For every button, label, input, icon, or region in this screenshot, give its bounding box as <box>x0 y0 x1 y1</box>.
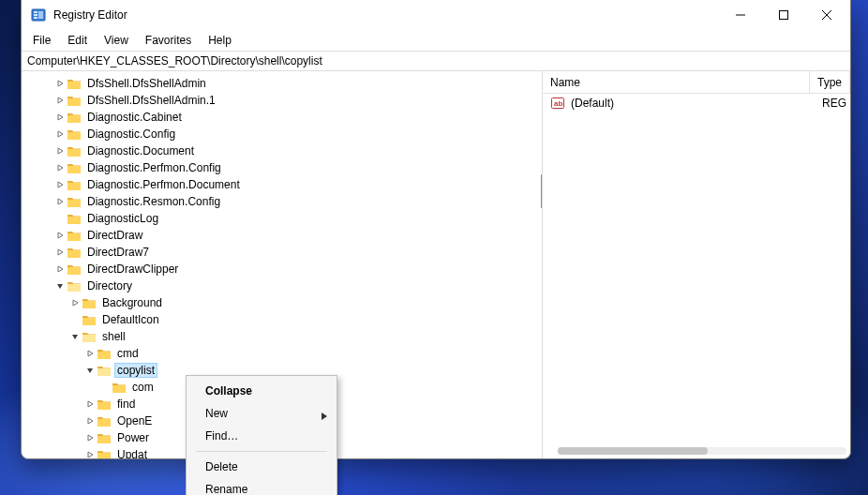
values-body[interactable]: ab (Default) REG <box>543 94 850 458</box>
tree-node-label[interactable]: copylist <box>115 364 157 377</box>
tree-node[interactable]: Diagnostic.Config <box>53 126 542 142</box>
tree-node-label[interactable]: Updat <box>115 448 149 458</box>
expand-icon[interactable] <box>83 451 97 458</box>
menu-help[interactable]: Help <box>201 32 239 49</box>
expand-icon[interactable] <box>53 232 67 239</box>
tree-node[interactable]: DirectDraw7 <box>53 244 542 261</box>
expand-icon[interactable] <box>53 181 67 188</box>
expand-icon[interactable] <box>53 147 67 155</box>
folder-icon <box>67 128 82 141</box>
tree-node-label[interactable]: DirectDraw7 <box>85 246 151 259</box>
tree-node-label[interactable]: Diagnostic.Document <box>85 144 196 158</box>
value-type-cell: REG <box>815 97 850 110</box>
ctx-new-label: New <box>205 407 228 420</box>
hscroll-thumb[interactable] <box>558 447 708 455</box>
expand-icon[interactable] <box>53 198 67 205</box>
folder-icon <box>67 229 82 242</box>
tree-node-label[interactable]: DefaultIcon <box>100 313 161 326</box>
tree-node-label[interactable]: Diagnostic.Config <box>85 128 177 141</box>
ctx-delete[interactable]: Delete <box>188 456 335 478</box>
tree-node-label[interactable]: Diagnostic.Perfmon.Config <box>85 161 223 174</box>
expand-icon[interactable] <box>53 248 67 256</box>
address-bar[interactable]: Computer\HKEY_CLASSES_ROOT\Directory\she… <box>22 51 850 71</box>
tree-node[interactable]: Diagnostic.Resmon.Config <box>53 193 542 210</box>
tree-node-label[interactable]: DirectDraw <box>85 229 144 242</box>
tree-node[interactable]: Diagnostic.Perfmon.Config <box>53 159 542 176</box>
tree-node-label[interactable]: Background <box>100 296 164 309</box>
tree-node[interactable]: cmd <box>53 345 542 362</box>
values-header[interactable]: Name Type <box>543 71 850 94</box>
tree-node-label[interactable]: com <box>130 381 156 394</box>
tree-node[interactable]: Directory <box>53 278 542 294</box>
expand-icon[interactable] <box>83 417 97 425</box>
tree-node[interactable]: DirectDrawClipper <box>53 261 542 278</box>
expand-icon[interactable] <box>68 299 82 307</box>
expand-icon[interactable] <box>83 350 97 357</box>
collapse-icon[interactable] <box>68 333 82 340</box>
menu-edit[interactable]: Edit <box>60 32 95 49</box>
svg-text:ab: ab <box>554 99 562 108</box>
folder-icon <box>112 381 127 394</box>
collapse-icon[interactable] <box>83 367 97 374</box>
tree-node-label[interactable]: Diagnostic.Perfmon.Document <box>85 178 242 191</box>
registry-editor-window: Registry Editor File Edit View Favorites… <box>21 0 851 459</box>
value-row[interactable]: ab (Default) REG <box>543 94 850 112</box>
horizontal-scrollbar[interactable] <box>558 447 846 455</box>
tree-node-label[interactable]: OpenE <box>115 414 154 428</box>
tree-node[interactable]: Diagnostic.Document <box>53 142 542 159</box>
context-menu[interactable]: Collapse New Find… Delete Rename <box>186 375 337 495</box>
column-type[interactable]: Type <box>810 71 850 93</box>
ctx-find[interactable]: Find… <box>188 425 335 447</box>
tree-node[interactable]: DfsShell.DfsShellAdmin.1 <box>53 92 542 109</box>
tree-node-label[interactable]: DiagnosticLog <box>85 212 160 225</box>
tree-node-label[interactable]: Diagnostic.Resmon.Config <box>85 195 222 208</box>
ctx-collapse[interactable]: Collapse <box>188 380 335 402</box>
expand-icon[interactable] <box>83 400 97 408</box>
expand-icon[interactable] <box>53 130 67 138</box>
column-name[interactable]: Name <box>543 71 810 93</box>
menu-bar: File Edit View Favorites Help <box>22 30 850 51</box>
tree-node-label[interactable]: Diagnostic.Cabinet <box>85 111 184 124</box>
tree-node[interactable]: Diagnostic.Perfmon.Document <box>53 176 542 193</box>
value-name: (Default) <box>571 97 614 110</box>
tree-node[interactable]: shell <box>53 328 542 345</box>
expand-icon[interactable] <box>53 97 67 104</box>
tree-node[interactable]: Diagnostic.Cabinet <box>53 109 542 126</box>
menu-view[interactable]: View <box>97 32 136 49</box>
tree-node[interactable]: DiagnosticLog <box>53 210 542 227</box>
expand-icon[interactable] <box>83 434 97 442</box>
ctx-new[interactable]: New <box>188 402 335 425</box>
expand-icon[interactable] <box>53 265 67 273</box>
minimize-button[interactable] <box>719 0 762 30</box>
tree-node[interactable]: Background <box>53 294 542 311</box>
tree-node-label[interactable]: DirectDrawClipper <box>85 262 180 276</box>
expand-icon[interactable] <box>53 164 67 172</box>
folder-icon <box>67 111 82 124</box>
expand-icon[interactable] <box>53 113 67 121</box>
expand-icon[interactable] <box>53 80 67 87</box>
maximize-button[interactable] <box>762 0 805 30</box>
ctx-rename[interactable]: Rename <box>188 478 335 495</box>
titlebar[interactable]: Registry Editor <box>22 0 850 30</box>
menu-file[interactable]: File <box>25 32 58 49</box>
tree-node-label[interactable]: Power <box>115 431 151 444</box>
folder-icon <box>67 94 82 107</box>
tree-node-label[interactable]: DfsShell.DfsShellAdmin.1 <box>85 94 217 107</box>
menu-favorites[interactable]: Favorites <box>138 32 199 49</box>
tree-node-label[interactable]: cmd <box>115 347 141 360</box>
tree-node[interactable]: DfsShell.DfsShellAdmin <box>53 75 542 92</box>
tree-node-label[interactable]: Directory <box>85 279 134 292</box>
folder-icon <box>97 414 112 428</box>
tree-node-label[interactable]: shell <box>100 330 127 343</box>
tree-node[interactable]: DefaultIcon <box>53 311 542 328</box>
ctx-separator <box>196 451 327 452</box>
close-button[interactable] <box>805 0 848 30</box>
tree-node-label[interactable]: DfsShell.DfsShellAdmin <box>85 77 208 90</box>
window-buttons <box>719 0 848 30</box>
values-pane[interactable]: Name Type ab (Default) REG <box>543 71 850 458</box>
collapse-icon[interactable] <box>53 282 67 290</box>
tree-node[interactable]: DirectDraw <box>53 227 542 244</box>
folder-icon <box>97 448 112 458</box>
tree-node-label[interactable]: find <box>115 398 137 411</box>
window-title: Registry Editor <box>53 8 127 22</box>
